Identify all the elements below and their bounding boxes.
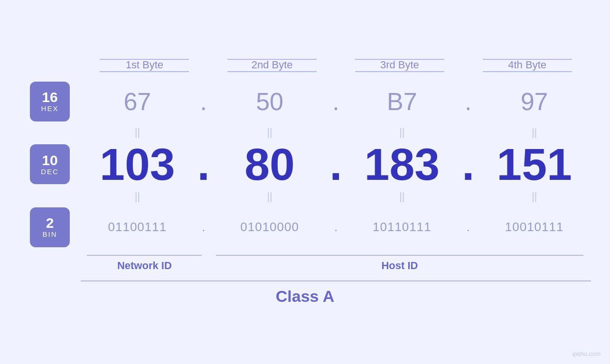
dec-val-4: 151 — [478, 142, 591, 187]
bin-dot-3: . — [459, 220, 478, 234]
hex-val-2: 50 — [213, 87, 327, 116]
dec-badge: 10 DEC — [30, 144, 70, 184]
bottom-section: Network ID Host ID Class A — [19, 255, 591, 306]
full-bottom: Class A — [19, 280, 591, 306]
equals-row-2: || || || || — [19, 189, 591, 204]
bin-row: 2 BIN 01100111 . 01010000 . 10110111 . 1… — [19, 207, 591, 247]
dec-row: 10 DEC 103 . 80 . 183 . 151 — [19, 142, 591, 187]
bin-val-4: 10010111 — [478, 220, 591, 234]
equals-4: || — [478, 126, 591, 139]
bin-val-1: 01100111 — [81, 220, 194, 234]
byte-header-1: 1st Byte — [81, 59, 208, 72]
hex-badge: 16 HEX — [30, 82, 70, 121]
byte-header-3: 3rd Byte — [336, 59, 464, 72]
class-label: Class A — [276, 287, 334, 306]
network-id-section: Network ID — [81, 255, 208, 272]
hex-row: 16 HEX 67 . 50 . B7 . 97 — [19, 82, 591, 121]
hex-val-1: 67 — [81, 87, 194, 116]
equals-8: || — [478, 190, 591, 203]
main-container: 1st Byte 2nd Byte 3rd Byte 4th Byte 16 H… — [0, 0, 610, 364]
hex-dot-3: . — [459, 87, 478, 116]
host-id-bracket — [216, 255, 583, 256]
dec-val-1: 103 — [81, 142, 194, 187]
hex-val-3: B7 — [346, 87, 459, 116]
watermark: ipshu.com — [572, 350, 601, 357]
class-bracket — [81, 280, 591, 281]
equals-5: || — [81, 190, 194, 203]
hex-dot-2: . — [327, 87, 346, 116]
hex-val-4: 97 — [478, 87, 591, 116]
byte-header-2: 2nd Byte — [208, 59, 336, 72]
dec-dot-1: . — [194, 142, 213, 187]
bin-dot-2: . — [327, 220, 346, 234]
bin-val-3: 10110111 — [346, 220, 459, 234]
dec-dot-3: . — [459, 142, 478, 187]
network-id-bracket — [87, 255, 202, 256]
equals-1: || — [81, 126, 194, 139]
equals-6: || — [213, 190, 327, 203]
host-id-section: Host ID — [208, 255, 591, 272]
equals-7: || — [346, 190, 459, 203]
bin-val-2: 01010000 — [213, 220, 327, 234]
equals-2: || — [213, 126, 327, 139]
dec-val-3: 183 — [346, 142, 459, 187]
dec-val-2: 80 — [213, 142, 327, 187]
equals-3: || — [346, 126, 459, 139]
bin-dot-1: . — [194, 220, 213, 234]
byte-headers: 1st Byte 2nd Byte 3rd Byte 4th Byte — [19, 59, 591, 72]
bin-badge: 2 BIN — [30, 207, 70, 247]
hex-dot-1: . — [194, 87, 213, 116]
bracket-labels: Network ID Host ID — [19, 255, 591, 272]
byte-header-4: 4th Byte — [463, 59, 591, 72]
equals-row-1: || || || || — [19, 125, 591, 140]
network-id-label: Network ID — [117, 260, 172, 272]
dec-dot-2: . — [327, 142, 346, 187]
host-id-label: Host ID — [381, 260, 418, 272]
